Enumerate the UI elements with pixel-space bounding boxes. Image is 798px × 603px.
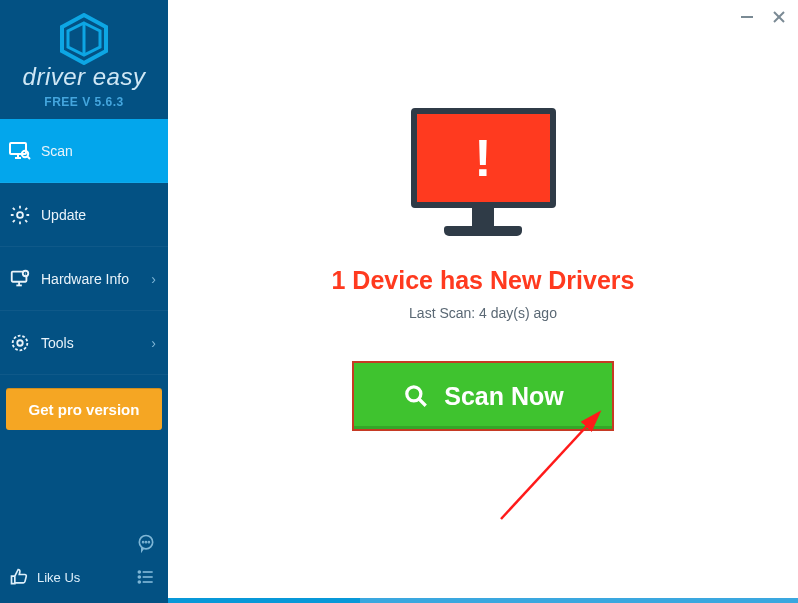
svg-point-18 [146,542,147,543]
version-label: FREE V 5.6.3 [44,95,123,109]
monitor-search-icon [7,138,33,164]
like-us-button[interactable]: Like Us [7,565,80,589]
svg-line-7 [28,156,31,159]
svg-point-24 [138,581,140,583]
sidebar-item-update[interactable]: Update [0,183,168,247]
window-controls [738,8,788,26]
sidebar-item-tools[interactable]: Tools › [0,311,168,375]
logo-icon [56,13,112,65]
main-panel: ! 1 Device has New Drivers Last Scan: 4 … [168,0,798,603]
headline-text: 1 Device has New Drivers [332,266,635,295]
alert-monitor-graphic: ! [411,108,556,236]
brand-name: driver easy [23,63,146,91]
svg-point-15 [17,340,23,346]
svg-point-29 [407,387,421,401]
tools-icon [7,330,33,356]
monitor-info-icon: i [7,266,33,292]
sidebar-bottom: Like Us [0,525,168,603]
svg-point-17 [143,542,144,543]
sidebar-item-label: Scan [41,143,73,159]
sidebar-item-label: Hardware Info [41,271,129,287]
sidebar-item-scan[interactable]: Scan [0,119,168,183]
sidebar-item-label: Update [41,207,86,223]
svg-rect-3 [10,143,26,154]
app-window: driver easy FREE V 5.6.3 Scan [0,0,798,603]
menu-list-icon[interactable] [134,565,158,589]
nav: Scan Update [0,119,168,375]
svg-point-14 [13,335,28,350]
minimize-button[interactable] [738,8,756,26]
logo-area: driver easy FREE V 5.6.3 [0,0,168,119]
sidebar-item-hardware-info[interactable]: i Hardware Info › [0,247,168,311]
svg-line-30 [420,399,427,406]
like-us-label: Like Us [37,570,80,585]
gear-icon [7,202,33,228]
get-pro-label: Get pro version [29,401,140,418]
close-button[interactable] [770,8,788,26]
exclamation-icon: ! [474,128,491,188]
svg-point-22 [138,576,140,578]
chevron-right-icon: › [151,335,156,351]
svg-point-19 [148,542,149,543]
svg-text:i: i [25,271,26,276]
sidebar-item-label: Tools [41,335,74,351]
search-icon [402,382,430,410]
svg-point-20 [138,571,140,573]
svg-point-8 [17,212,23,218]
sidebar: driver easy FREE V 5.6.3 Scan [0,0,168,603]
thumbs-up-icon [7,565,31,589]
monitor-neck [472,208,494,226]
bottom-stripe [0,598,798,603]
chat-icon[interactable] [134,531,158,555]
alert-screen: ! [411,108,556,208]
get-pro-button[interactable]: Get pro version [6,388,162,430]
chevron-right-icon: › [151,271,156,287]
bottom-icons [134,531,158,589]
scan-now-label: Scan Now [444,382,563,411]
last-scan-text: Last Scan: 4 day(s) ago [409,305,557,321]
scan-now-button[interactable]: Scan Now [352,361,614,431]
monitor-base [444,226,522,236]
